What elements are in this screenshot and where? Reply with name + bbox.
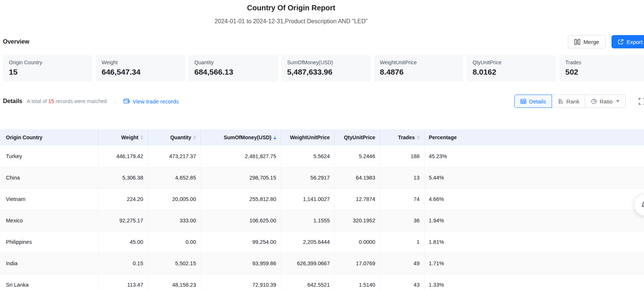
table-row: China5,306.384,652.85298,705.1556.291764… bbox=[0, 167, 644, 188]
origin-country-cell: Turkey bbox=[0, 146, 98, 167]
overview-card-value: 646,547.34 bbox=[102, 68, 179, 76]
fullscreen-icon bbox=[638, 98, 644, 105]
overview-card-label: QtyUnitPrice bbox=[473, 59, 550, 65]
column-header-origin-country: Origin Country bbox=[0, 129, 98, 146]
value-cell: 188 bbox=[380, 146, 424, 167]
value-cell: 20,005.00 bbox=[148, 188, 201, 210]
value-cell: 43 bbox=[380, 274, 424, 290]
value-cell: 224.20 bbox=[98, 188, 148, 210]
value-cell: 12.7874 bbox=[334, 188, 380, 210]
value-cell: 99,254.00 bbox=[201, 231, 281, 253]
overview-heading: Overview bbox=[3, 38, 29, 45]
overview-card-value: 8.0162 bbox=[473, 68, 550, 76]
overview-actions: Merge Export bbox=[568, 35, 644, 48]
overview-card: Origin Country 15 bbox=[3, 55, 92, 82]
fullscreen-button[interactable] bbox=[638, 98, 644, 105]
value-cell: 0.0000 bbox=[334, 231, 380, 253]
column-label: Quantity bbox=[170, 134, 191, 140]
column-header-trades[interactable]: Trades bbox=[380, 129, 424, 146]
table-row: Mexico92,275.17333.00106,625.001.1555320… bbox=[0, 210, 644, 231]
rank-bars-icon bbox=[558, 98, 564, 105]
value-cell: 4,652.85 bbox=[148, 167, 201, 188]
sort-icon[interactable] bbox=[193, 135, 196, 140]
tab-rank[interactable]: Rank bbox=[552, 95, 585, 108]
column-header-weight[interactable]: Weight bbox=[98, 129, 148, 146]
view-switcher: Details Rank bbox=[514, 95, 626, 108]
merge-button-label: Merge bbox=[583, 39, 599, 45]
merge-icon bbox=[574, 39, 580, 45]
sort-icon[interactable] bbox=[417, 135, 420, 140]
overview-card-value: 684,566.13 bbox=[194, 68, 272, 76]
column-label: SumOfMoney(USD) bbox=[224, 134, 271, 140]
origin-country-cell: China bbox=[0, 167, 98, 188]
overview-card-label: Quantity bbox=[194, 59, 272, 65]
sort-icon[interactable] bbox=[273, 135, 276, 140]
value-cell: 113.47 bbox=[98, 274, 148, 290]
table-row: Philippines45.000.0099,254.002,205.64440… bbox=[0, 231, 644, 253]
value-cell: 1.1555 bbox=[281, 210, 334, 231]
value-cell: 64.1983 bbox=[334, 167, 380, 188]
origin-country-cell: India bbox=[0, 253, 98, 274]
value-cell: 2,205.6444 bbox=[281, 231, 334, 253]
value-cell: 5.2446 bbox=[334, 146, 380, 167]
origin-country-cell: Philippines bbox=[0, 231, 98, 253]
column-header-quantity[interactable]: Quantity bbox=[148, 129, 201, 146]
tab-details[interactable]: Details bbox=[514, 95, 552, 108]
value-cell: 0.15 bbox=[98, 253, 148, 274]
value-cell: 333.00 bbox=[148, 210, 201, 231]
view-trade-records-link[interactable]: View trade records bbox=[123, 98, 179, 105]
table-row: India0.155,502.1593,959.86626,399.066717… bbox=[0, 253, 644, 274]
matched-prefix: A total of bbox=[27, 98, 47, 104]
overview-bar: Overview Merge Export bbox=[3, 35, 644, 48]
value-cell: 642.5521 bbox=[281, 274, 334, 290]
export-button[interactable]: Export bbox=[611, 35, 644, 48]
column-header-sumofmoney-usd-[interactable]: SumOfMoney(USD) bbox=[201, 129, 281, 146]
tab-ratio-label: Ratio bbox=[600, 98, 613, 105]
value-cell: 446,179.42 bbox=[98, 146, 148, 167]
tab-ratio[interactable]: Ratio bbox=[585, 95, 626, 108]
tab-details-label: Details bbox=[529, 98, 546, 105]
column-header-percentage: Percentage bbox=[424, 129, 644, 146]
overview-card-value: 15 bbox=[9, 68, 86, 76]
value-cell: 72,910.39 bbox=[201, 274, 281, 290]
overview-card: SumOfMoney(USD) 5,487,633.96 bbox=[281, 55, 371, 82]
overview-cards: Origin Country 15 Weight 646,547.34 Quan… bbox=[3, 55, 644, 82]
value-cell: 13 bbox=[380, 167, 424, 188]
overview-card-value: 502 bbox=[565, 68, 643, 76]
origin-country-cell: Sri Lanka bbox=[0, 274, 98, 290]
overview-card-label: Weight bbox=[102, 59, 179, 65]
report-page: Country Of Origin Report 2024-01-01 to 2… bbox=[0, 0, 644, 290]
value-cell: 5.44% bbox=[424, 167, 644, 188]
overview-card-value: 5,487,633.96 bbox=[287, 68, 365, 76]
value-cell: 1.5140 bbox=[334, 274, 380, 290]
value-cell: 74 bbox=[380, 188, 424, 210]
trade-records-icon bbox=[123, 98, 130, 104]
value-cell: 93,959.86 bbox=[201, 253, 281, 274]
value-cell: 1,141.0027 bbox=[281, 188, 334, 210]
table-row: Turkey446,179.42473,217.372,481,827.755.… bbox=[0, 146, 644, 167]
table-row: Sri Lanka113.4748,158.2372,910.39642.552… bbox=[0, 274, 644, 290]
table-icon bbox=[520, 98, 527, 105]
value-cell: 1 bbox=[380, 231, 424, 253]
overview-card: Weight 646,547.34 bbox=[96, 55, 185, 82]
details-heading: Details bbox=[3, 98, 22, 105]
column-label: QtyUnitPrice bbox=[344, 134, 375, 140]
column-label: Trades bbox=[398, 134, 415, 140]
report-header: Country Of Origin Report 2024-01-01 to 2… bbox=[0, 0, 582, 25]
details-toolbar-left: Details A total of15records were matched… bbox=[3, 98, 179, 105]
overview-card-label: WeightUnitPrice bbox=[380, 59, 457, 65]
page-title: Country Of Origin Report bbox=[0, 4, 582, 12]
pie-chart-icon bbox=[591, 98, 597, 105]
sort-icon[interactable] bbox=[140, 135, 143, 140]
value-cell: 92,275.17 bbox=[98, 210, 148, 231]
details-toolbar: Details A total of15records were matched… bbox=[3, 95, 644, 108]
value-cell: 473,217.37 bbox=[148, 146, 201, 167]
origin-country-cell: Vietnam bbox=[0, 188, 98, 210]
value-cell: 255,812.80 bbox=[201, 188, 281, 210]
value-cell: 48,158.23 bbox=[148, 274, 201, 290]
table-row: Vietnam224.2020,005.00255,812.801,141.00… bbox=[0, 188, 644, 210]
value-cell: 5,306.38 bbox=[98, 167, 148, 188]
value-cell: 626,399.0667 bbox=[281, 253, 334, 274]
merge-button[interactable]: Merge bbox=[568, 35, 606, 48]
value-cell: 1.94% bbox=[424, 210, 644, 231]
